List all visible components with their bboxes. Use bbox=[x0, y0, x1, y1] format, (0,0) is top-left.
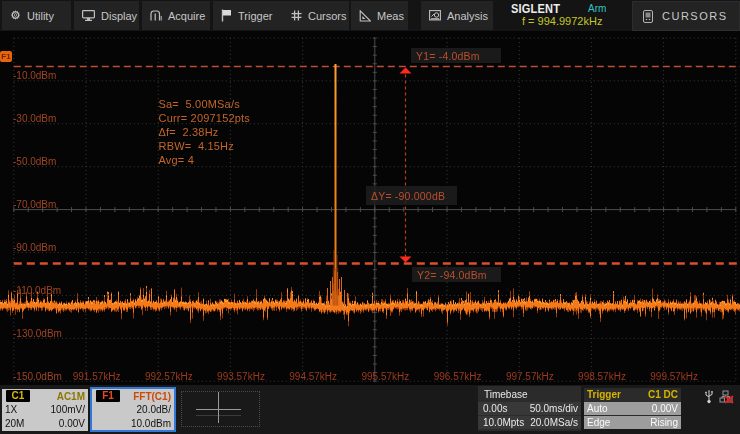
trigger-type: Edge bbox=[587, 416, 610, 429]
f1-function: FFT(C1) bbox=[133, 390, 171, 404]
crosshair-icon bbox=[182, 392, 259, 426]
y-axis-label: -50.0dBm bbox=[13, 157, 56, 167]
cursors-panel-label: CURSORS bbox=[662, 10, 728, 22]
menu-acquire-button[interactable]: Acquire bbox=[142, 1, 210, 30]
c1-bandwidth: 20M bbox=[5, 417, 24, 431]
waveform-icon bbox=[150, 10, 162, 21]
menu-display-button[interactable]: Display bbox=[74, 1, 139, 30]
math-f1-descriptor[interactable]: F1 FFT(C1) 20.0dB/ 10.0dBm bbox=[90, 387, 176, 432]
menu-acquire-label: Acquire bbox=[168, 10, 205, 22]
x-axis-label: 991.57kHz bbox=[73, 371, 121, 382]
siglent-logo: SIGLENT bbox=[511, 2, 560, 16]
timebase-scale: 50.0ms/div bbox=[530, 402, 578, 415]
cursor-delta-readout: ΔY= -90.000dB bbox=[366, 186, 457, 205]
usb-icon bbox=[705, 390, 713, 403]
cursor-y1-readout: Y1= -4.0dBm bbox=[411, 48, 501, 63]
y-axis-label: -90.0dBm bbox=[13, 243, 56, 253]
menu-analysis-label: Analysis bbox=[447, 10, 488, 22]
add-trace-dropzone[interactable] bbox=[181, 391, 260, 427]
f1-scale: 20.0dB/ bbox=[137, 403, 171, 417]
c1-offset: 0.00V bbox=[59, 417, 85, 431]
y-axis-label: -10.0dBm bbox=[13, 71, 56, 81]
timebase-delay: 0.00s bbox=[483, 402, 507, 415]
timebase-title: Timebase bbox=[484, 388, 528, 401]
frequency-readout: f = 994.9972kHz bbox=[522, 15, 602, 27]
f1-chip: F1 bbox=[96, 390, 120, 402]
y-axis-label: -30.0dBm bbox=[13, 114, 56, 124]
menu-cursors-label: Cursors bbox=[308, 10, 347, 22]
menu-utility-label: Utility bbox=[27, 10, 54, 22]
trigger-mode: Auto bbox=[587, 402, 608, 415]
x-axis-label: 994.57kHz bbox=[289, 371, 337, 382]
c1-attenuation: 1X bbox=[5, 403, 17, 417]
trigger-source: C1 DC bbox=[648, 388, 678, 401]
timebase-descriptor[interactable]: Timebase 0.00s 50.0ms/div 10.0Mpts 20.0M… bbox=[478, 386, 581, 431]
x-axis-label: 998.57kHz bbox=[578, 371, 626, 382]
f1-ref-level: 10.0dBm bbox=[131, 417, 171, 431]
x-axis-label: 992.57kHz bbox=[145, 371, 193, 382]
f1-trace-marker[interactable]: F1 bbox=[0, 51, 12, 62]
hash-icon bbox=[291, 10, 302, 21]
menu-utility-button[interactable]: Utility bbox=[2, 1, 71, 30]
menu-analysis-button[interactable]: Analysis bbox=[421, 1, 493, 30]
flag-icon bbox=[221, 9, 232, 22]
trigger-level: 0.00V bbox=[652, 402, 678, 415]
menu-trigger-button[interactable]: Trigger bbox=[213, 1, 285, 30]
menu-display-label: Display bbox=[101, 10, 137, 22]
connectivity-icons bbox=[704, 390, 738, 404]
menu-trigger-label: Trigger bbox=[238, 10, 272, 22]
x-axis-label: 997.57kHz bbox=[506, 371, 554, 382]
c1-chip: C1 bbox=[6, 390, 30, 402]
x-axis-label: 993.57kHz bbox=[217, 371, 265, 382]
status-bar: C1 AC1M 1X 100mV/ 20M 0.00V F1 FFT(C1) 2… bbox=[0, 385, 740, 434]
y-axis-label: -150.0dBm bbox=[13, 372, 62, 382]
cursors-panel-button[interactable]: CURSORS bbox=[632, 1, 740, 31]
triangle-ruler-icon bbox=[359, 10, 371, 22]
c1-vertical-scale: 100mV/ bbox=[51, 403, 85, 417]
channel-c1-descriptor[interactable]: C1 AC1M 1X 100mV/ 20M 0.00V bbox=[2, 389, 88, 431]
menu-cursors-button[interactable]: Cursors bbox=[283, 1, 349, 30]
menu-meas-button[interactable]: Meas bbox=[351, 1, 408, 30]
fft-info-readout: Sa= 5.00MSa/s Curr= 2097152pts Δf= 2.38H… bbox=[159, 97, 251, 167]
keypad-icon bbox=[643, 10, 653, 23]
y-axis-label: -110.0dBm bbox=[13, 286, 61, 296]
x-axis-label: 999.57kHz bbox=[650, 371, 698, 382]
trigger-title: Trigger bbox=[587, 388, 621, 401]
c1-coupling: AC1M bbox=[57, 390, 85, 404]
y-axis-label: -130.0dBm bbox=[13, 329, 62, 339]
fft-plot-area: -10.0dBm-30.0dBm-50.0dBm-70.0dBm-90.0dBm… bbox=[0, 0, 740, 434]
menu-bar: UtilityDisplayAcquireTriggerCursorsMeasA… bbox=[0, 0, 740, 31]
monitor-icon bbox=[82, 10, 95, 21]
y-axis-label: -70.0dBm bbox=[13, 200, 56, 210]
trigger-descriptor[interactable]: Trigger C1 DC Auto 0.00V Edge Rising bbox=[584, 388, 681, 429]
fft-trace bbox=[0, 0, 740, 434]
menu-meas-label: Meas bbox=[377, 10, 404, 22]
timebase-memdepth: 10.0Mpts bbox=[483, 416, 524, 429]
status-icons bbox=[704, 390, 738, 408]
x-axis-label: 995.57kHz bbox=[361, 371, 409, 382]
trigger-slope: Rising bbox=[650, 416, 678, 429]
acquisition-status: Arm bbox=[588, 3, 606, 14]
lan-disconnected-icon bbox=[720, 391, 733, 403]
timebase-samplerate: 20.0MSa/s bbox=[530, 416, 578, 429]
cursor-y2-readout: Y2= -94.0dBm bbox=[412, 267, 501, 282]
oscilloscope-screen: -10.0dBm-30.0dBm-50.0dBm-70.0dBm-90.0dBm… bbox=[0, 0, 740, 434]
x-axis-label: 996.57kHz bbox=[434, 371, 482, 382]
chart-window-icon bbox=[429, 10, 441, 21]
gear-icon bbox=[10, 10, 21, 21]
